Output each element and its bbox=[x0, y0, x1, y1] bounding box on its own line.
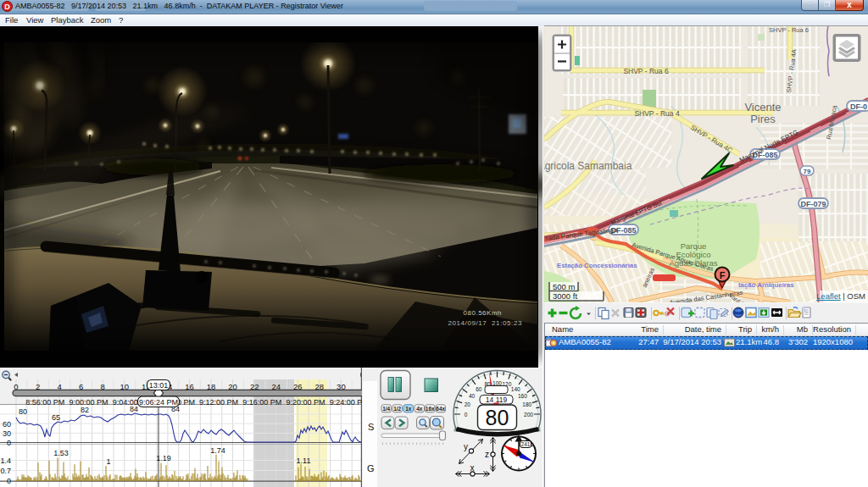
svg-text:16x: 16x bbox=[426, 406, 435, 412]
svg-text:D: D bbox=[4, 3, 10, 11]
svg-text:1: 1 bbox=[106, 457, 110, 466]
svg-text:9:16:00 PM: 9:16:00 PM bbox=[242, 398, 281, 407]
svg-text:100: 100 bbox=[492, 380, 502, 386]
svg-text:SHVP - Rua 6: SHVP - Rua 6 bbox=[769, 26, 809, 34]
svg-text:13:01: 13:01 bbox=[149, 381, 169, 390]
svg-text:1.4: 1.4 bbox=[0, 457, 11, 465]
svg-text:080.56Kmh: 080.56Kmh bbox=[464, 309, 502, 317]
svg-text:F: F bbox=[720, 270, 726, 280]
svg-text:0.7: 0.7 bbox=[0, 467, 11, 475]
svg-text:y: y bbox=[464, 442, 468, 451]
svg-text:64x: 64x bbox=[436, 406, 445, 412]
svg-text:SHVP - Rua 4: SHVP - Rua 4 bbox=[634, 109, 680, 118]
svg-text:160: 160 bbox=[518, 393, 527, 399]
svg-text:0: 0 bbox=[7, 439, 11, 447]
svg-text:x: x bbox=[470, 463, 475, 473]
svg-text:84: 84 bbox=[171, 405, 180, 413]
svg-text:60: 60 bbox=[476, 386, 482, 392]
svg-text:180: 180 bbox=[522, 401, 531, 407]
svg-text:Agricola Samambaia: Agricola Samambaia bbox=[544, 160, 632, 172]
svg-text:80: 80 bbox=[486, 406, 509, 429]
svg-text:40: 40 bbox=[469, 393, 476, 399]
svg-text:3000 ft: 3000 ft bbox=[553, 291, 577, 301]
svg-text:60: 60 bbox=[3, 420, 11, 429]
svg-text:2014/09/17 21:05:23: 2014/09/17 21:05:23 bbox=[448, 319, 522, 327]
svg-text:G: G bbox=[367, 463, 375, 473]
svg-text:80: 80 bbox=[19, 407, 27, 416]
svg-text:200: 200 bbox=[524, 412, 533, 418]
svg-text:1.74: 1.74 bbox=[210, 446, 225, 455]
svg-text:SHVP - Rua 6: SHVP - Rua 6 bbox=[623, 67, 669, 75]
svg-text:tação Arniqueiras: tação Arniqueiras bbox=[738, 281, 794, 289]
svg-text:241: 241 bbox=[521, 441, 531, 447]
svg-text:1/2: 1/2 bbox=[393, 406, 401, 412]
svg-text:4x: 4x bbox=[416, 406, 423, 412]
svg-text:Estação Concessionárias: Estação Concessionárias bbox=[557, 262, 637, 269]
svg-text:Leaflet | OSM: Leaflet | OSM bbox=[816, 291, 865, 301]
svg-text:84: 84 bbox=[130, 405, 138, 413]
svg-text:0: 0 bbox=[465, 412, 468, 418]
svg-text:140: 140 bbox=[511, 386, 520, 392]
svg-text:20: 20 bbox=[465, 401, 471, 407]
svg-text:Vicente: Vicente bbox=[744, 101, 781, 113]
svg-text:8:56:00 PM: 8:56:00 PM bbox=[25, 398, 64, 407]
svg-text:DF-0: DF-0 bbox=[850, 102, 867, 111]
svg-text:S: S bbox=[368, 422, 374, 432]
svg-text:z: z bbox=[485, 450, 489, 459]
svg-text:1.53: 1.53 bbox=[53, 449, 69, 457]
svg-text:0: 0 bbox=[7, 477, 11, 485]
svg-text:79: 79 bbox=[804, 168, 811, 175]
svg-text:1x: 1x bbox=[405, 406, 412, 412]
svg-text:DF-079: DF-079 bbox=[800, 200, 826, 208]
svg-text:9:20:00 PM: 9:20:00 PM bbox=[286, 398, 325, 407]
svg-text:Pires: Pires bbox=[750, 113, 776, 125]
svg-text:1.11: 1.11 bbox=[297, 457, 311, 465]
svg-text:9:12:00 PM: 9:12:00 PM bbox=[199, 398, 238, 407]
svg-text:30: 30 bbox=[3, 429, 11, 438]
svg-text:65: 65 bbox=[52, 413, 60, 422]
svg-text:82: 82 bbox=[81, 406, 89, 414]
svg-text:1.19: 1.19 bbox=[156, 454, 171, 462]
svg-text:1/4: 1/4 bbox=[382, 406, 390, 412]
svg-text:500 m: 500 m bbox=[553, 282, 575, 291]
